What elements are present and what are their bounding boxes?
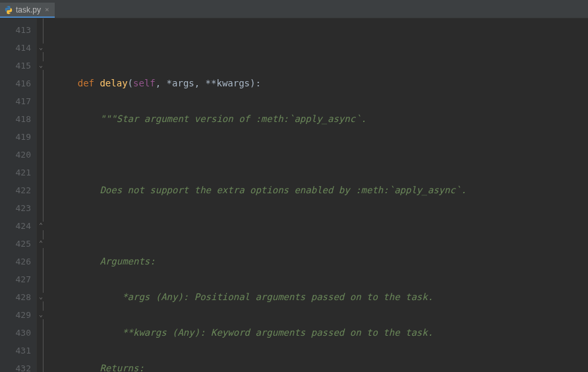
code-line: **kwargs (Any): Keyword arguments passed… — [55, 324, 588, 342]
line-number: 416 — [0, 75, 31, 92]
line-number: 419 — [0, 128, 31, 146]
line-number: 429 — [0, 306, 31, 324]
line-number: 424 — [0, 217, 31, 235]
fold-end-icon[interactable]: ⌃ — [39, 239, 47, 248]
line-number: 427 — [0, 270, 31, 288]
line-number: 414 — [0, 39, 31, 57]
line-number: 422 — [0, 181, 31, 199]
code-line: Arguments: — [55, 253, 588, 270]
tab-bar: task.py × — [0, 3, 588, 18]
line-number: 428 — [0, 288, 31, 306]
line-number: 415 — [0, 57, 31, 75]
code-line: def delay(self, *args, **kwargs): — [55, 75, 588, 92]
code-line: """Star argument version of :meth:`apply… — [55, 110, 588, 128]
line-number: 425 — [0, 235, 31, 253]
code-line: Does not support the extra options enabl… — [55, 181, 588, 199]
close-icon[interactable]: × — [45, 5, 49, 14]
python-file-icon — [4, 5, 13, 15]
line-number: 413 — [0, 21, 31, 39]
line-number: 417 — [0, 92, 31, 110]
line-number: 418 — [0, 110, 31, 128]
tab-label: task.py — [16, 5, 41, 15]
fold-collapse-icon[interactable]: ⌄ — [39, 61, 47, 70]
line-number-gutter: 413 414 415 416 417 418 419 420 421 422 … — [0, 18, 37, 372]
line-number: 431 — [0, 342, 31, 359]
code-line — [55, 39, 588, 57]
code-content[interactable]: def delay(self, *args, **kwargs): """Sta… — [50, 18, 588, 372]
fold-collapse-icon[interactable]: ⌄ — [39, 44, 47, 52]
code-line — [55, 146, 588, 164]
line-number: 432 — [0, 359, 31, 372]
code-line — [55, 217, 588, 235]
line-number: 426 — [0, 253, 31, 270]
fold-end-icon[interactable]: ⌃ — [39, 222, 47, 230]
code-line: *args (Any): Positional arguments passed… — [55, 288, 588, 306]
line-number: 421 — [0, 164, 31, 181]
line-number: 420 — [0, 146, 31, 164]
fold-gutter: ⌄⌄⌃⌃⌄⌄ — [37, 18, 50, 372]
line-number: 430 — [0, 324, 31, 342]
fold-collapse-icon[interactable]: ⌄ — [39, 311, 47, 319]
code-line: Returns: — [55, 359, 588, 372]
tab-task-py[interactable]: task.py × — [0, 3, 55, 18]
fold-collapse-icon[interactable]: ⌄ — [39, 293, 47, 301]
line-number: 423 — [0, 199, 31, 217]
code-editor[interactable]: 413 414 415 416 417 418 419 420 421 422 … — [0, 18, 588, 372]
